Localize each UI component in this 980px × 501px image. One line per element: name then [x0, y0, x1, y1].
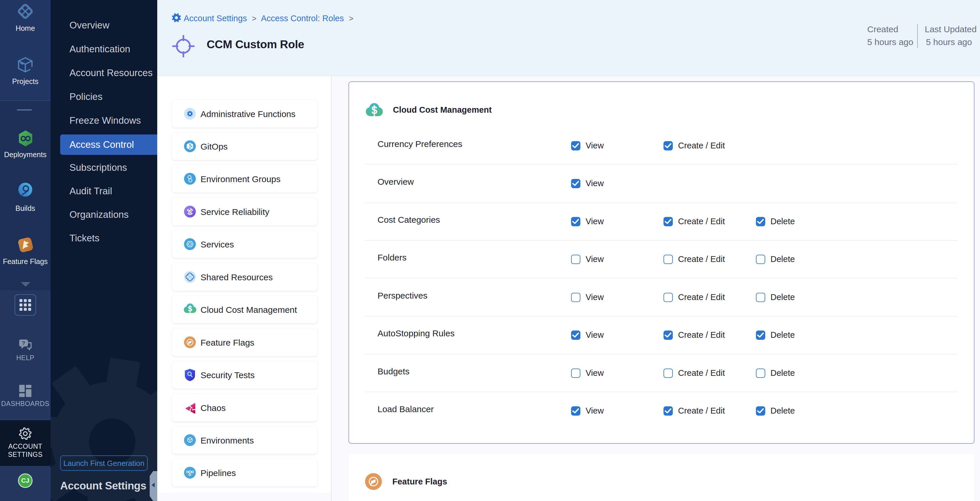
- svg-text:?: ?: [22, 340, 25, 346]
